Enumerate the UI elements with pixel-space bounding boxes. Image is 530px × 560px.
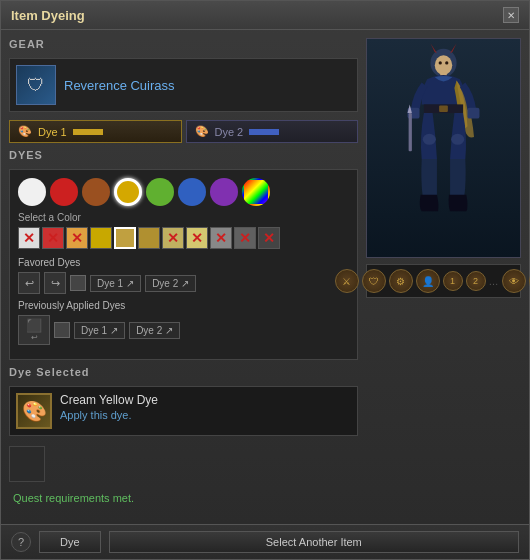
selected-dye-icon: 🎨 [16,393,52,429]
swatch-rainbow[interactable] [242,178,270,206]
dye-button[interactable]: Dye [39,531,101,553]
favored-dye-row: ↩ ↪ Dye 1 ↗ Dye 2 ↗ [18,272,349,294]
palette-swatch[interactable] [90,227,112,249]
svg-point-4 [439,61,442,64]
item-dyeing-window: Item Dyeing ✕ GEAR 🛡 Reverence Cuirass 🎨… [0,0,530,560]
palette-swatch[interactable] [42,227,64,249]
action-icon-1[interactable]: 1 [443,271,463,291]
dyes-section: Select a Color [9,169,358,360]
swatch-brown[interactable] [82,178,110,206]
prev-dye2-button[interactable]: Dye 2 ↗ [129,322,180,339]
palette-swatch[interactable] [210,227,232,249]
action-separator: … [489,276,499,287]
close-button[interactable]: ✕ [503,7,519,23]
favored-dye1-label: Dye 1 [97,278,123,289]
svg-rect-10 [439,105,448,112]
swatch-blue[interactable] [178,178,206,206]
selected-dye-name: Cream Yellow Dye [60,393,158,407]
favored-dye1-button[interactable]: Dye 1 ↗ [90,275,141,292]
action-icon-gear[interactable]: ⚙ [389,269,413,293]
swatch-white[interactable] [18,178,46,206]
gear-name: Reverence Cuirass [64,78,175,93]
dye1-label: Dye 1 [38,126,67,138]
gear-section-label: GEAR [9,38,358,50]
character-svg [367,39,520,257]
favored-section: Favored Dyes ↩ ↪ Dye 1 ↗ Dye 2 ↗ [18,257,349,294]
svg-rect-8 [467,108,479,119]
palette-swatch[interactable] [234,227,256,249]
dye2-color-bar [249,129,279,135]
palette-swatch[interactable] [138,227,160,249]
dye2-icon: 🎨 [195,125,209,138]
svg-rect-13 [409,113,412,151]
prev-applied-row: ⬛ ↩ Dye 1 ↗ Dye 2 ↗ [18,315,349,345]
color-palette [18,227,349,249]
select-another-item-button[interactable]: Select Another Item [109,531,519,553]
main-content: GEAR 🛡 Reverence Cuirass 🎨 Dye 1 🎨 Dye 2 [1,30,529,524]
action-icon-sword[interactable]: ⚔ [335,269,359,293]
palette-swatch-selected[interactable] [114,227,136,249]
swatch-purple[interactable] [210,178,238,206]
right-panel: ⚔ 🛡 ⚙ 👤 1 2 … 👁 ⚙ [366,38,521,516]
favored-label: Favored Dyes [18,257,349,268]
svg-point-5 [445,61,448,64]
empty-dye-slot [9,446,45,482]
redo-button[interactable]: ↪ [44,272,66,294]
left-panel: GEAR 🛡 Reverence Cuirass 🎨 Dye 1 🎨 Dye 2 [9,38,358,516]
action-bar: ⚔ 🛡 ⚙ 👤 1 2 … 👁 ⚙ [366,264,521,298]
window-title: Item Dyeing [11,8,85,23]
prev-applied-icon-btn[interactable]: ⬛ ↩ [18,315,50,345]
svg-point-3 [435,55,452,75]
palette-swatch[interactable] [258,227,280,249]
palette-swatch[interactable] [186,227,208,249]
favored-dye2-label: Dye 2 [152,278,178,289]
gear-section: 🛡 Reverence Cuirass [9,58,358,112]
prev-dye2-icon: ↗ [165,325,173,336]
prev-dye-slot-icon [54,322,70,338]
swatch-green[interactable] [146,178,174,206]
character-preview [366,38,521,258]
palette-swatch[interactable] [66,227,88,249]
action-icon-eye[interactable]: 👁 [502,269,526,293]
prev-dye1-button[interactable]: Dye 1 ↗ [74,322,125,339]
apply-dye-link[interactable]: Apply this dye. [60,409,158,421]
color-swatches-row [18,178,349,206]
favored-dye-slot-icon [70,275,86,291]
dye1-color-bar [73,129,103,135]
dye-tabs: 🎨 Dye 1 🎨 Dye 2 [9,120,358,143]
dye2-label: Dye 2 [215,126,244,138]
action-row-1: ⚔ 🛡 ⚙ 👤 1 2 … 👁 ⚙ [335,269,531,293]
prev-applied-section: Previously Applied Dyes ⬛ ↩ Dye 1 ↗ Dye … [18,300,349,345]
action-icon-2[interactable]: 2 [466,271,486,291]
svg-point-11 [423,134,436,145]
title-bar: Item Dyeing ✕ [1,1,529,30]
favored-dye1-icon: ↗ [126,278,134,289]
dye-selected-section: 🎨 Cream Yellow Dye Apply this dye. [9,386,358,436]
action-icon-shield[interactable]: 🛡 [362,269,386,293]
favored-dye2-icon: ↗ [181,278,189,289]
swatch-yellow[interactable] [114,178,142,206]
prev-applied-label: Previously Applied Dyes [18,300,349,311]
bottom-bar: ? Dye Select Another Item [1,524,529,559]
gear-icon: 🛡 [16,65,56,105]
prev-dye2-label: Dye 2 [136,325,162,336]
prev-dye1-label: Dye 1 [81,325,107,336]
favored-dye2-button[interactable]: Dye 2 ↗ [145,275,196,292]
swatch-red[interactable] [50,178,78,206]
palette-swatch[interactable] [18,227,40,249]
dye1-icon: 🎨 [18,125,32,138]
dye-selected-label: Dye Selected [9,366,358,378]
dyes-section-label: DYES [9,149,358,161]
quest-text: Quest requirements met. [9,492,358,504]
dye2-tab[interactable]: 🎨 Dye 2 [186,120,359,143]
action-icon-person[interactable]: 👤 [416,269,440,293]
palette-swatch[interactable] [162,227,184,249]
selected-dye-info: Cream Yellow Dye Apply this dye. [60,393,158,421]
undo-button[interactable]: ↩ [18,272,40,294]
prev-dye1-icon: ↗ [110,325,118,336]
dye1-tab[interactable]: 🎨 Dye 1 [9,120,182,143]
svg-point-12 [451,134,464,145]
palette-row-1 [18,227,280,249]
select-color-label: Select a Color [18,212,349,223]
help-button[interactable]: ? [11,532,31,552]
